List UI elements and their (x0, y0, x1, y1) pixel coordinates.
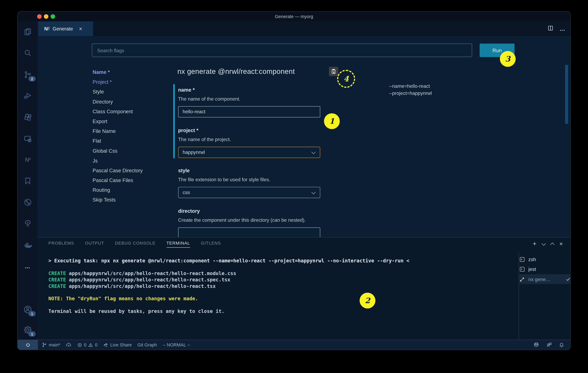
project-description: The name of the project. (178, 137, 231, 142)
terminal-reuse-line: Terminal will be reused by tasks, press … (48, 308, 224, 314)
feedback-icon[interactable] (546, 342, 552, 348)
project-label: project * (178, 128, 199, 133)
tab-terminal[interactable]: TERMINAL (167, 241, 190, 248)
terminal-list-item-zsh[interactable]: zsh (519, 255, 571, 264)
nav-item-directory[interactable]: Directory (93, 97, 143, 107)
directory-label: directory (178, 208, 200, 214)
nav-item-class-component[interactable]: Class Component (93, 107, 143, 117)
maximize-panel-icon[interactable] (550, 242, 554, 247)
style-value: css (183, 189, 190, 195)
chevron-down-icon (311, 190, 316, 194)
page-title: nx generate @nrwl/react:component (178, 67, 295, 76)
directory-description: Create the component under this director… (178, 217, 306, 223)
nav-item-skip-tests[interactable]: Skip Tests (93, 195, 143, 205)
problems-status[interactable]: 0 0 (77, 342, 98, 348)
nav-item-file-name[interactable]: File Name (93, 127, 143, 136)
nav-item-js[interactable]: Js (93, 156, 143, 166)
settings-gear-icon[interactable]: 1 (22, 325, 33, 335)
accounts-icon[interactable]: 1 (22, 304, 33, 315)
editor-group: N≥ Generate × … Run Name * Project * Sty… (38, 21, 571, 350)
close-panel-icon[interactable]: × (559, 241, 563, 247)
more-views-icon[interactable]: … (22, 261, 33, 271)
copy-command-button[interactable] (329, 67, 338, 76)
remote-explorer-icon[interactable] (22, 134, 33, 144)
explorer-icon[interactable] (22, 26, 33, 37)
cloud-upload-icon (66, 342, 72, 348)
style-label: style (178, 168, 190, 173)
git-graph-status[interactable]: Git Graph (137, 342, 157, 348)
nav-item-name[interactable]: Name * (93, 67, 143, 77)
docker-icon[interactable] (22, 240, 33, 250)
live-share-label: Live Share (110, 342, 132, 348)
tab-gitlens[interactable]: GITLENS (201, 241, 221, 248)
accounts-badge: 1 (29, 311, 36, 316)
project-select[interactable]: happynrwl (178, 147, 320, 158)
split-editor-icon[interactable] (547, 25, 554, 33)
nav-item-flat[interactable]: Flat (93, 136, 143, 146)
git-graph-icon[interactable] (22, 197, 33, 208)
nav-item-export[interactable]: Export (93, 117, 143, 127)
create-path: apps/happynrwl/src/app/hello-react/hello… (69, 283, 216, 289)
warning-icon (88, 342, 93, 347)
screen: Generate — myorg 2 N≥ (0, 0, 588, 373)
window-title: Generate — myorg (18, 11, 570, 21)
flag-name: --name=hello-react (389, 83, 432, 90)
sync-status[interactable] (66, 342, 72, 348)
create-path (66, 277, 69, 283)
nx-console-icon[interactable]: N≥ (22, 154, 33, 165)
style-description: The file extension to be used for style … (178, 177, 270, 182)
name-input[interactable]: hello-react (178, 106, 320, 117)
source-control-icon[interactable]: 2 (22, 69, 33, 80)
annotation-circle-2: 2 (360, 293, 375, 308)
nav-item-global-css[interactable]: Global Css (93, 146, 143, 156)
git-graph-label: Git Graph (137, 342, 157, 348)
nav-item-pascal-case-directory[interactable]: Pascal Case Directory (93, 166, 143, 176)
tab-debug-console[interactable]: DEBUG CONSOLE (115, 241, 156, 248)
directory-input[interactable] (178, 228, 320, 237)
tools-icon (519, 276, 525, 282)
test-tree-icon[interactable] (22, 218, 33, 229)
bookmarks-icon[interactable] (22, 176, 33, 186)
live-share-status[interactable]: Live Share (103, 342, 132, 348)
source-control-badge: 2 (29, 76, 36, 81)
create-path (66, 283, 69, 289)
terminal-item-label: nx gene… (528, 276, 562, 282)
search-icon[interactable] (22, 48, 33, 58)
nav-item-project[interactable]: Project * (93, 77, 143, 87)
nav-item-pascal-case-files[interactable]: Pascal Case Files (93, 176, 143, 186)
new-terminal-icon[interactable]: + (533, 240, 536, 248)
run-debug-icon[interactable] (22, 90, 33, 101)
warning-count: 0 (95, 342, 97, 348)
nav-item-style[interactable]: Style (93, 87, 143, 97)
remote-indicator[interactable] (18, 340, 38, 350)
tab-close-icon[interactable]: × (79, 25, 82, 32)
annotation-circle-4: 4 (337, 70, 355, 88)
chevron-down-icon (311, 150, 316, 154)
flags-preview: --name=hello-react --project=happynrwl (389, 83, 432, 97)
terminal-note-line: NOTE: The "dryRun" flag means no changes… (48, 296, 198, 301)
terminal-item-label: jest (528, 266, 571, 272)
search-input[interactable] (92, 44, 472, 57)
name-description: The name of the component. (178, 96, 241, 102)
bell-icon[interactable] (559, 342, 564, 348)
terminal-dropdown-icon[interactable] (542, 241, 546, 245)
terminal-create-line: CREATE apps/happynrwl/src/app/hello-reac… (48, 271, 236, 276)
tab-label: Generate (53, 26, 73, 32)
terminal-list-item-jest[interactable]: jest (519, 264, 571, 274)
tab-output[interactable]: OUTPUT (85, 241, 104, 248)
terminal-list-item-nx-generate[interactable]: nx gene… (519, 274, 571, 284)
terminal-icon (519, 266, 525, 272)
tab-generate[interactable]: N≥ Generate × (38, 21, 93, 36)
branch-status[interactable]: main* (42, 342, 60, 348)
terminal-sidebar-divider[interactable] (519, 252, 519, 340)
editor-scrollbar[interactable] (565, 65, 568, 124)
copilot-icon[interactable] (533, 342, 539, 348)
form-nav: Name * Project * Style Directory Class C… (93, 67, 143, 205)
extensions-icon[interactable] (22, 112, 33, 122)
more-actions-icon[interactable]: … (559, 25, 566, 32)
tab-bar: N≥ Generate × … (38, 21, 571, 36)
style-select[interactable]: css (178, 187, 320, 198)
branch-icon (42, 342, 47, 348)
nav-item-routing[interactable]: Routing (93, 186, 143, 195)
create-action: CREATE (48, 271, 66, 276)
